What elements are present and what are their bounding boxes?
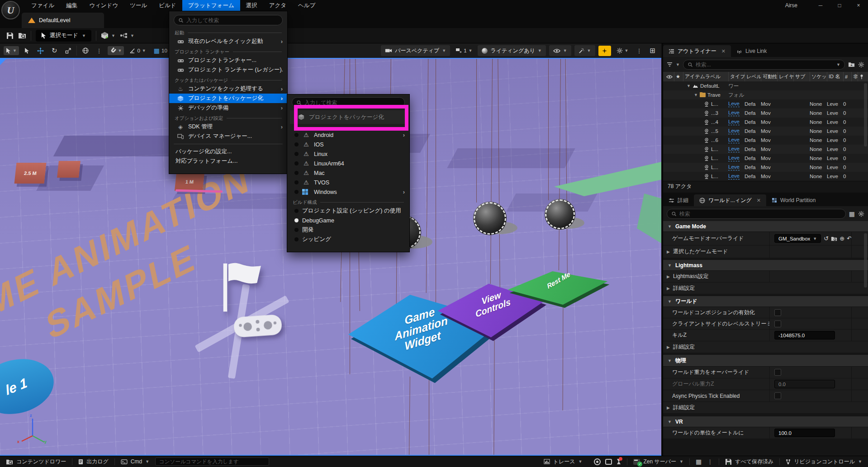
outliner-row-actor[interactable]: L...LeveDefaMovNoneLeve0 [663,154,868,163]
build-item-shipping[interactable]: シッピング [287,235,409,244]
menu-item-supported-platforms[interactable]: 対応プラットフォーム... [169,156,287,166]
row-world-advanced[interactable]: ▶詳細設定 [663,341,868,353]
killz-input[interactable]: -1048575.0 [774,331,835,340]
row-selected-gamemode[interactable]: ▶選択したゲームモード [663,245,868,258]
outliner-search-input[interactable] [696,61,834,68]
view-mode-dropdown[interactable]: ライティングあり▼ [478,45,545,56]
rotate-tool-button[interactable]: ↻ [49,45,60,56]
details-search-input[interactable] [679,211,841,217]
build-item-debuggame[interactable]: DebugGame [287,216,409,225]
platform-item-tvos[interactable]: ⚠ TVOS [287,178,409,187]
menu-search-input[interactable] [186,17,278,24]
menu-item-prepare-debug[interactable]: デバッグの準備› [169,103,287,113]
world-coord-button[interactable] [80,46,91,55]
surface-snap-menu[interactable]: ⋮ [94,46,104,56]
more-options-icon[interactable]: ⋮ [707,458,713,465]
tab-world-partition[interactable]: World Partition [766,194,821,206]
col-count[interactable]: # [843,72,851,81]
platform-item-mac[interactable]: ⚠ Mac [287,168,409,178]
select-mode-dropdown[interactable]: 選択モード ▼ [36,30,91,42]
maximize-button[interactable]: □ [830,0,849,11]
outliner-row-actor[interactable]: ...3LeveDefaMovNoneLeve0 [663,108,868,118]
platform-item-linux[interactable]: ⚠ Linux [287,149,409,159]
outliner-row-actor[interactable]: L...LeveDefaMovNoneLeve0 [663,163,868,172]
preview-effects-dropdown[interactable]: ▼ [574,45,595,56]
outliner-row-world[interactable]: ▼DefaultL ワー [663,81,868,90]
snap-toggle-button[interactable]: ▼ [108,46,124,55]
browse-asset-icon[interactable] [831,236,837,241]
outliner-row-folder[interactable]: ▼Trave フォル [663,90,868,99]
viewport-more-menu[interactable]: ⋮ [634,46,644,56]
menu-item-cook-content[interactable]: ♨ コンテンツをクック処理する› [169,84,287,94]
gamemode-override-dropdown[interactable]: GM_Sandbox▼ [774,234,821,243]
menu-build[interactable]: ビルド [153,0,182,11]
col-id-name[interactable]: ID 名 [827,72,843,81]
menu-item-project-launcher-legacy[interactable]: プロジェクト ランチャー (レガシー)... [169,65,287,75]
close-button[interactable]: × [849,0,868,11]
console-command-input[interactable] [159,459,265,464]
scale-tool-button[interactable] [63,47,73,55]
menu-item-package-project[interactable]: プロジェクトをパッケージ化› [169,94,287,103]
outliner-row-actor[interactable]: L...LeveDefaMovNoneLeve0 [663,172,868,181]
menu-item-project-launcher[interactable]: プロジェクトランチャー... [169,56,287,65]
reset-default-icon[interactable]: ↶ [847,235,852,242]
platform-item-windows[interactable]: Windows› [287,187,409,197]
viewport-options-button[interactable]: ▼ [4,46,19,55]
close-tab-icon[interactable]: ✕ [757,198,761,203]
snapshot-icon[interactable] [605,459,612,465]
menu-file[interactable]: ファイル [25,0,60,11]
world-composition-checkbox[interactable] [774,309,781,316]
async-physics-checkbox[interactable] [774,392,781,399]
rotation-snap-button[interactable]: 0▼ [127,47,148,55]
outliner-row-actor[interactable]: ...4LeveDefaMovNoneLeve0 [663,118,868,127]
menu-actor[interactable]: アクタ [263,0,292,11]
menu-item-sdk-management[interactable]: ◈ SDK 管理› [169,122,287,132]
tab-world-settings[interactable]: ワールド...ィング ✕ [694,194,766,206]
console-command-field[interactable] [155,458,269,466]
outliner-row-actor[interactable]: ...5LeveDefaMovNoneLeve0 [663,127,868,136]
output-log-button[interactable]: 出力ログ [72,456,114,467]
insights-icon[interactable] [594,458,601,465]
section-game-mode[interactable]: ▼Game Mode [663,221,868,232]
task-status-icon[interactable] [617,458,621,465]
menu-platforms[interactable]: プラットフォーム [182,0,240,11]
details-search[interactable] [667,209,846,219]
content-browser-button[interactable] [18,32,26,39]
menu-help[interactable]: ヘルプ [292,0,321,11]
show-flags-dropdown[interactable]: ▼ [549,45,571,56]
gravity-override-checkbox[interactable] [774,369,781,376]
outliner-row-actor[interactable]: L...LeveDefaMovNoneLeve0 [663,145,868,154]
filter-chevron[interactable]: ▼ [676,62,680,67]
world-to-meters-input[interactable]: 100.0 [774,429,835,437]
revision-control-dropdown[interactable]: リビジョンコントロール▼ [780,456,868,467]
menu-edit[interactable]: 編集 [60,0,83,11]
outliner-settings-gear-icon[interactable] [858,61,864,68]
details-scrollbar[interactable] [864,233,867,288]
content-drawer-button[interactable]: コンテンツドロワー [0,456,72,467]
col-visibility[interactable] [663,72,674,81]
section-world[interactable]: ▼ワールド [663,296,868,307]
menu-item-device-manager[interactable]: デバイス マネージャー... [169,132,287,141]
col-favorite[interactable]: ★ [674,72,683,81]
platform-item-linuxarm64[interactable]: ⚠ LinuxArm64 [287,159,409,168]
global-gravity-input[interactable]: 0.0 [774,380,835,388]
col-item-label[interactable]: アイテムラベル [683,72,728,81]
tab-details[interactable]: 詳細 [663,194,694,206]
minimize-button[interactable]: ─ [811,0,830,11]
trace-dropdown[interactable]: トレース▼ [538,456,588,467]
outliner-row-actor[interactable]: ...6LeveDefaMovNoneLeve0 [663,136,868,145]
use-selected-icon[interactable]: ↺ [824,235,829,242]
camera-speed-button[interactable]: 1▼ [453,47,474,55]
menu-item-packaging-settings[interactable]: パッケージ化の設定... [169,147,287,156]
move-tool-button[interactable] [35,46,46,56]
select-tool-button[interactable] [22,46,32,55]
search-options-chevron[interactable]: ▼ [836,62,840,67]
platform-item-android[interactable]: ⚠ Android› [287,130,409,140]
tab-live-link[interactable]: Live Link [731,45,772,57]
platform-item-ios[interactable]: ⚠ IOS [287,140,409,149]
client-streaming-checkbox[interactable] [774,321,781,327]
section-lightmass[interactable]: ▼Lightmass [663,260,868,271]
menu-select[interactable]: 選択 [240,0,263,11]
close-tab-icon[interactable]: ✕ [721,48,726,54]
build-item-development[interactable]: 開発 [287,225,409,235]
